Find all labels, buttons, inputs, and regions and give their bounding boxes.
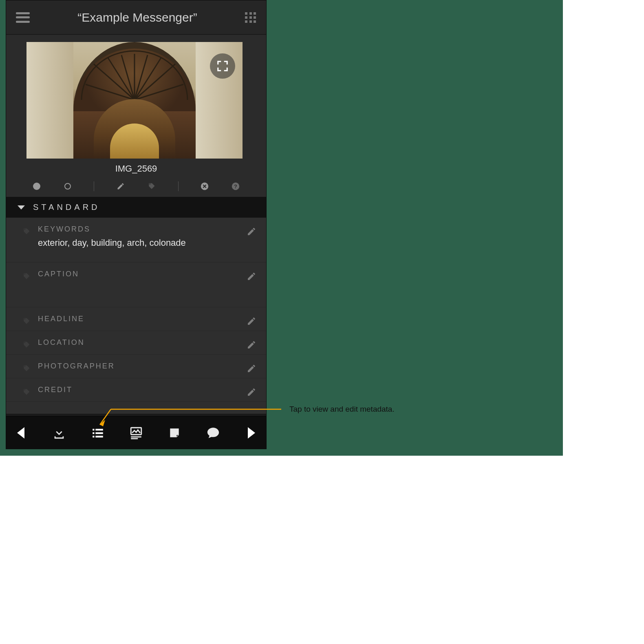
metadata-list-icon[interactable] bbox=[89, 424, 107, 442]
image-filename: IMG_2569 bbox=[26, 159, 246, 178]
close-circle-icon[interactable] bbox=[200, 182, 209, 191]
image-caption-icon[interactable] bbox=[127, 424, 145, 442]
menu-icon[interactable] bbox=[16, 12, 30, 23]
pencil-icon[interactable] bbox=[247, 227, 256, 236]
photo-preview[interactable] bbox=[26, 42, 243, 159]
main-content: IMG_2569 ? bbox=[6, 35, 266, 414]
pencil-icon[interactable] bbox=[247, 364, 256, 373]
pencil-icon[interactable] bbox=[247, 340, 256, 350]
tag-icon bbox=[22, 227, 31, 236]
pencil-icon[interactable] bbox=[247, 387, 256, 397]
section-title: STANDARD bbox=[33, 203, 100, 212]
svg-rect-3 bbox=[93, 429, 94, 430]
status-toolbar: ? bbox=[6, 178, 266, 197]
section-header-standard[interactable]: STANDARD bbox=[6, 197, 266, 218]
app-screen: “Example Messenger” bbox=[6, 0, 267, 449]
status-dot-filled-icon[interactable] bbox=[32, 182, 41, 191]
metadata-row-keywords[interactable]: KEYWORDS exterior, day, building, arch, … bbox=[6, 218, 266, 262]
callout-text: Tap to view and edit metadata. bbox=[289, 405, 395, 414]
separator bbox=[178, 181, 179, 191]
svg-rect-4 bbox=[95, 429, 103, 430]
metadata-row-photographer[interactable]: PHOTOGRAPHER bbox=[6, 355, 266, 378]
pencil-icon[interactable] bbox=[116, 182, 125, 191]
svg-rect-6 bbox=[95, 432, 103, 434]
tag-icon[interactable] bbox=[147, 182, 156, 191]
pencil-icon[interactable] bbox=[247, 271, 256, 281]
svg-rect-7 bbox=[93, 436, 94, 437]
tag-icon bbox=[22, 317, 31, 325]
metadata-value: exterior, day, building, arch, colonade bbox=[38, 238, 255, 248]
metadata-label: KEYWORDS bbox=[38, 225, 255, 234]
svg-rect-9 bbox=[131, 428, 141, 434]
metadata-label: CAPTION bbox=[38, 270, 255, 278]
metadata-row-headline[interactable]: HEADLINE bbox=[6, 307, 266, 331]
note-icon[interactable] bbox=[165, 424, 183, 442]
next-button[interactable] bbox=[243, 424, 260, 442]
help-circle-icon[interactable]: ? bbox=[231, 182, 240, 191]
tag-icon bbox=[22, 272, 31, 280]
pencil-icon[interactable] bbox=[247, 316, 256, 326]
metadata-row-credit[interactable]: CREDIT bbox=[6, 378, 266, 402]
metadata-label: CREDIT bbox=[38, 386, 255, 394]
tag-icon bbox=[22, 388, 31, 396]
metadata-row-location[interactable]: LOCATION bbox=[6, 331, 266, 355]
bottom-toolbar bbox=[6, 416, 266, 449]
svg-rect-11 bbox=[131, 438, 138, 439]
metadata-label: LOCATION bbox=[38, 338, 255, 347]
download-icon[interactable] bbox=[50, 424, 68, 442]
tag-icon bbox=[22, 341, 31, 349]
metadata-row-caption[interactable]: CAPTION bbox=[6, 262, 266, 307]
fullscreen-icon[interactable] bbox=[210, 53, 235, 79]
svg-rect-5 bbox=[93, 432, 94, 434]
app-title: “Example Messenger” bbox=[77, 11, 197, 24]
tag-icon bbox=[22, 364, 31, 373]
header-bar: “Example Messenger” bbox=[6, 0, 266, 35]
chat-icon[interactable] bbox=[204, 424, 222, 442]
previous-button[interactable] bbox=[12, 424, 30, 442]
svg-rect-8 bbox=[95, 436, 103, 437]
photo-preview-area: IMG_2569 bbox=[6, 35, 266, 178]
metadata-label: PHOTOGRAPHER bbox=[38, 362, 255, 371]
grid-view-icon[interactable] bbox=[245, 12, 256, 23]
metadata-label: HEADLINE bbox=[38, 315, 255, 323]
svg-rect-10 bbox=[131, 436, 141, 437]
separator bbox=[94, 181, 94, 191]
chevron-down-icon bbox=[18, 205, 25, 210]
status-dot-empty-icon[interactable] bbox=[63, 182, 72, 191]
metadata-list: KEYWORDS exterior, day, building, arch, … bbox=[6, 218, 266, 414]
svg-text:?: ? bbox=[234, 183, 237, 190]
